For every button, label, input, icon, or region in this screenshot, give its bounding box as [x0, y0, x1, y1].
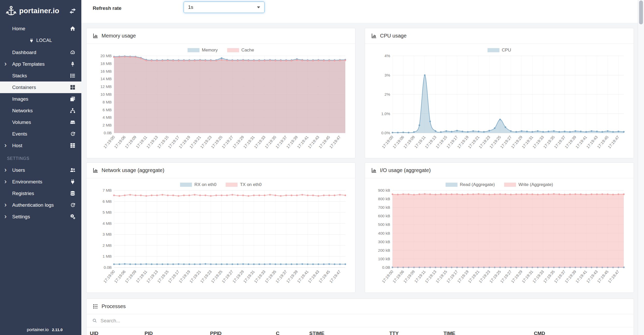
- svg-text:300 kB: 300 kB: [378, 240, 390, 244]
- sidebar-item-label: Host: [12, 143, 22, 148]
- network-usage-panel: Network usage (aggregate) RX on eth0TX o…: [86, 162, 355, 293]
- containers-icon: [70, 85, 75, 90]
- sidebar-item-settings[interactable]: ›Settings: [0, 211, 81, 222]
- svg-text:17:19:45: 17:19:45: [596, 135, 609, 149]
- column-header-tty[interactable]: TTY: [386, 331, 440, 335]
- scrollbar-track[interactable]: [638, 0, 644, 335]
- chevron-right-icon: ›: [4, 213, 6, 220]
- series-rx-on-eth0: [113, 263, 346, 265]
- svg-text:1.0%: 1.0%: [381, 111, 390, 116]
- sidebar-item-registries[interactable]: Registries: [0, 188, 81, 199]
- stacks-icon: [70, 73, 75, 78]
- svg-text:17:19:06: 17:19:06: [392, 135, 405, 149]
- sidebar-item-containers[interactable]: Containers: [0, 81, 81, 93]
- legend-item-rx-on-eth0[interactable]: RX on eth0: [180, 182, 216, 187]
- svg-text:4%: 4%: [384, 54, 390, 58]
- svg-text:17:19:29: 17:19:29: [232, 135, 245, 149]
- column-header-ppid[interactable]: PPID: [207, 331, 273, 335]
- legend-item-read-aggregate-[interactable]: Read (Aggregate): [446, 182, 495, 187]
- sidebar-item-dashboard[interactable]: Dashboard: [0, 47, 81, 58]
- svg-text:17:19:29: 17:19:29: [510, 135, 523, 149]
- legend-item-tx-on-eth0[interactable]: TX on eth0: [226, 182, 261, 187]
- processes-panel: Processes UIDPIDPPIDCSTIMETTYTIMECMD: [86, 299, 634, 335]
- chart-legend: CPU: [370, 44, 628, 53]
- search-icon: [92, 318, 97, 323]
- svg-text:17:19:31: 17:19:31: [521, 269, 534, 284]
- column-header-stime[interactable]: STIME: [306, 331, 386, 335]
- search-input[interactable]: [101, 318, 628, 324]
- chart-legend: Read (Aggregate)Write (Aggregate): [370, 178, 628, 188]
- column-header-time[interactable]: TIME: [440, 331, 531, 335]
- sidebar-item-stacks[interactable]: Stacks: [0, 70, 81, 81]
- svg-text:0.0B: 0.0B: [104, 131, 112, 135]
- y-axis-labels: 20 MB18 MB16 MB14 MB12 MB10 MB8 MB6 MB4 …: [101, 54, 112, 135]
- column-header-cmd[interactable]: CMD: [531, 331, 634, 335]
- svg-text:17:19:15: 17:19:15: [156, 269, 169, 284]
- svg-text:17:19:45: 17:19:45: [596, 269, 609, 284]
- x-axis-labels: 17:19:0017:19:0617:19:0917:19:1117:19:13…: [381, 135, 620, 149]
- svg-text:17:19:06: 17:19:06: [113, 269, 126, 284]
- sidebar-item-events[interactable]: Events: [0, 128, 81, 140]
- sidebar-section-label: SETTINGS: [0, 153, 81, 164]
- legend-item-write-aggregate-[interactable]: Write (Aggregate): [504, 182, 553, 187]
- y-axis-labels: 7 MB6 MB5 MB4 MB3 MB2 MB1 MB0.0B: [103, 188, 112, 270]
- svg-text:18 MB: 18 MB: [101, 61, 112, 66]
- sidebar-toggle-icon[interactable]: [69, 8, 76, 14]
- sidebar-item-environments[interactable]: ›Environments: [0, 176, 81, 188]
- sidebar-nav: HomeLOCALDashboard›App TemplatesStacksCo…: [0, 22, 81, 222]
- legend-item-cache[interactable]: Cache: [227, 48, 254, 53]
- sidebar-item-users[interactable]: ›Users: [0, 164, 81, 176]
- svg-text:17:19:21: 17:19:21: [467, 269, 480, 284]
- svg-text:4 MB: 4 MB: [103, 221, 112, 226]
- sidebar-item-app-templates[interactable]: ›App Templates: [0, 58, 81, 70]
- sidebar-item-label: Registries: [12, 191, 34, 196]
- processes-panel-header: Processes: [87, 299, 634, 314]
- column-header-pid[interactable]: PID: [141, 331, 207, 335]
- brand-name: portainer.io: [19, 7, 59, 15]
- svg-text:17:19:23: 17:19:23: [478, 269, 491, 284]
- sidebar-item-home[interactable]: Home: [0, 23, 81, 34]
- sidebar-item-volumes[interactable]: Volumes: [0, 116, 81, 128]
- svg-text:17:19:33: 17:19:33: [253, 269, 266, 284]
- svg-text:500 kB: 500 kB: [378, 222, 390, 227]
- sidebar-item-label: Volumes: [12, 120, 31, 125]
- svg-text:17:19:39: 17:19:39: [285, 269, 299, 284]
- column-header-uid[interactable]: UID: [87, 331, 141, 335]
- y-axis-labels: 900 kB800 kB700 kB600 kB500 kB400 kB300 …: [378, 188, 390, 270]
- svg-text:16 MB: 16 MB: [101, 69, 112, 73]
- series-tx-on-eth0: [113, 194, 346, 197]
- svg-text:17:19:19: 17:19:19: [456, 269, 469, 284]
- svg-text:17:19:09: 17:19:09: [124, 135, 137, 149]
- svg-text:17:19:23: 17:19:23: [478, 135, 491, 149]
- svg-text:17:19:13: 17:19:13: [146, 135, 159, 149]
- process-table-header: UIDPIDPPIDCSTIMETTYTIMECMD: [87, 327, 634, 335]
- sidebar-item-authentication-logs[interactable]: ›Authentication logs: [0, 199, 81, 211]
- svg-text:17:19:41: 17:19:41: [296, 135, 309, 149]
- network-icon: [70, 108, 75, 113]
- legend-item-cpu[interactable]: CPU: [488, 48, 511, 53]
- chevron-right-icon: ›: [4, 202, 6, 208]
- svg-text:2 MB: 2 MB: [103, 243, 112, 248]
- images-icon: [70, 96, 75, 102]
- svg-text:17:19:47: 17:19:47: [607, 135, 620, 149]
- svg-text:17:19:00: 17:19:00: [381, 135, 394, 149]
- svg-text:17:19:45: 17:19:45: [318, 269, 331, 284]
- legend-label: CPU: [502, 48, 511, 53]
- svg-text:17:19:21: 17:19:21: [467, 135, 480, 149]
- cpu-usage-chart: CPU4%3%2%1.0%0.0%17:19:0017:19:0617:19:0…: [365, 44, 634, 157]
- svg-text:17:19:43: 17:19:43: [307, 269, 320, 284]
- sidebar-item-host[interactable]: ›Host: [0, 140, 81, 151]
- legend-label: Write (Aggregate): [518, 182, 553, 187]
- refresh-rate-label: Refresh rate: [93, 5, 121, 11]
- io-usage-panel: I/O usage (aggregate) Read (Aggregate)Wr…: [365, 162, 634, 293]
- x-axis-labels: 17:19:0017:19:0617:19:0917:19:1117:19:13…: [103, 269, 342, 284]
- endpoint-name: LOCAL: [36, 38, 52, 43]
- scrollbar-thumb[interactable]: [639, 1, 643, 24]
- sidebar-item-images[interactable]: Images: [0, 93, 81, 105]
- column-header-c[interactable]: C: [273, 331, 306, 335]
- plug-icon: [70, 179, 75, 184]
- refresh-rate-select[interactable]: 1s: [184, 2, 264, 13]
- legend-item-memory[interactable]: Memory: [188, 48, 218, 53]
- sidebar-item-networks[interactable]: Networks: [0, 105, 81, 116]
- settings-icon: [70, 214, 75, 219]
